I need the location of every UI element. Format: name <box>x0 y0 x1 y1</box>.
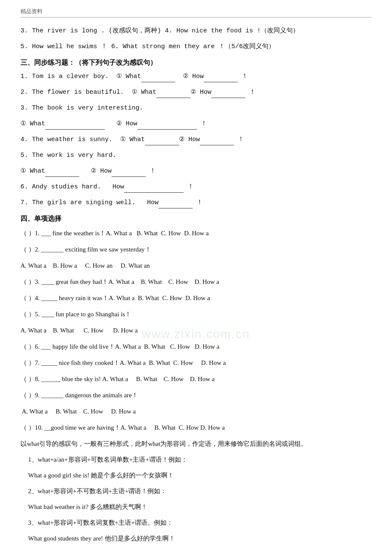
choice-item-10: （ ）10. __good time we are having！A. What… <box>20 421 372 434</box>
blank <box>45 170 79 177</box>
blank <box>156 91 190 98</box>
rule2-example: What bad weather is it? 多么糟糕的天气啊！ <box>28 501 372 513</box>
rule1-example: What a good girl she is! 她是个多么好的一个女孩啊！ <box>28 470 372 481</box>
rule3-example: What good students they are! 他们是多么好的学生啊！ <box>28 533 372 544</box>
section3-item6: 6. Andy studies hard. How ！ <box>20 181 372 193</box>
section3-item4: 4. The weather is sunny. ① What② How ！ <box>20 134 372 145</box>
choice-item-5-choices: A. What a B. What C. How D. How a <box>20 324 372 337</box>
choice-item-2: （ ）2. _______ exciting film we saw yeste… <box>20 243 372 256</box>
choice-item-7: （ ）7. _____ nice fish they cooked！A. Wha… <box>20 356 372 369</box>
header-label: 精品资料 <box>20 8 43 14</box>
choice-item-6: （ ）6. ___ happy life the old live！A. Wha… <box>20 340 372 353</box>
header-bar: 精品资料 <box>20 8 372 17</box>
blank <box>141 75 175 82</box>
section2-line1: 3. The river is long . (改感叹句，两种) 4. How … <box>20 25 372 37</box>
blank <box>112 170 146 177</box>
section3-item1: 1. Tom is a clever boy. ① What ② How ！ <box>20 71 372 82</box>
section4-title: 四、单项选择 <box>20 214 372 223</box>
rule2: 2、what+形容词+不可数名词+主语+谓语！例如： What bad weat… <box>28 486 372 513</box>
blank <box>200 139 234 145</box>
blank <box>211 91 245 98</box>
section2-line2: 5. How well he swims ！ 6. What strong me… <box>20 41 372 52</box>
rule3: 3、what+形容词+可数名词复数+主语+谓语。例如： What good st… <box>28 517 372 544</box>
section3-item2: 2. The flower is beautiful. ① What② How … <box>20 87 372 98</box>
section3-item3-blanks: ① What ② How ！ <box>20 118 372 130</box>
blank <box>137 123 197 130</box>
choice-item-2-choices: A. What a B. How a C. How an D. What an <box>20 259 372 272</box>
choice-item-4: （ ）4. _____ heavy rain it was！A. What a … <box>20 292 372 304</box>
section3-title: 三、同步练习题：（将下列句子改为感叹句） <box>20 58 372 67</box>
choice-item-9: （ ）9. _______ dangerous the animals are！ <box>20 389 372 402</box>
choice-item-1: （ ）1. ___ fine the weather is！A. What a … <box>20 227 372 240</box>
choice-item-3: （ ）3. ____ great fun they had！A. What a … <box>20 275 372 288</box>
section3-item3: 3. The book is very interesting. <box>20 102 372 114</box>
rule1-text: 1、what+a/an+形容词+可数名词单数+主语+谓语！例如： <box>28 454 372 465</box>
rule1: 1、what+a/an+形容词+可数名词单数+主语+谓语！例如： What a … <box>28 454 372 481</box>
rule3-text: 3、what+形容词+可数名词复数+主语+谓语。例如： <box>28 517 372 529</box>
section3-item5: 5. The work is very hard. <box>20 150 372 161</box>
blank <box>204 75 238 82</box>
blank <box>124 186 184 193</box>
section5-intro: 以what引导的感叹句，一般有三种形式，此时what为形容词，作定语，用来修饰它… <box>20 438 372 450</box>
blank <box>159 202 193 208</box>
choice-item-5: （ ）5. ____ fun place to go Shanghai is！ <box>20 308 372 321</box>
section3-item5-blanks: ① What ② How ！ <box>20 165 372 177</box>
blank <box>45 123 105 130</box>
blank <box>145 139 179 145</box>
section3-item7: 7. The girls are singing well. How ！ <box>20 197 372 208</box>
choice-item-9-choices: A. What a B. What C. How D. How a <box>20 405 372 418</box>
choice-item-8: （ ）8. ______ blue the sky is! A. What a … <box>20 373 372 385</box>
page: 精品资料 www.zixin.com.cn 3. The river is lo… <box>0 0 392 555</box>
rule2-text: 2、what+形容词+不可数名词+主语+谓语！例如： <box>28 486 372 497</box>
